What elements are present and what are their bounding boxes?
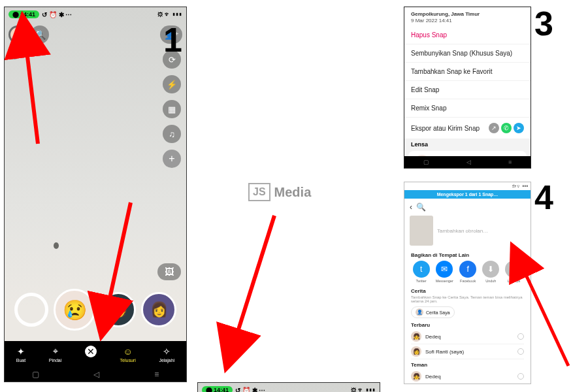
grid-icon[interactable]: ▦ [163,100,181,118]
status-right-icons: ⚙ ᯤ ▮▮▮ [157,11,182,18]
share-facebook[interactable]: fFacebook [459,261,476,283]
home-icon[interactable]: ≡ [154,370,159,379]
status-bar: ⬤ 14:41 ↺ ⏰ ✱ ⋯ ⚙ ᯤ ▮▮▮ [198,383,380,392]
share-generic-icon: ↗ [489,123,499,133]
share-send-icon: ➤ [514,123,524,133]
caption-input[interactable]: Tambahkan obrolan… [437,228,488,234]
profile-avatar-button[interactable] [8,25,27,44]
nav-close[interactable]: ✕ [85,346,97,363]
step-number: 4 [534,178,553,217]
recent-sofi[interactable]: 👩Sofi Ranti (saya) [411,344,524,359]
menu-edit-snap[interactable]: Edit Snap [404,80,531,99]
wall-mark [54,242,59,249]
nav-telusuri[interactable]: ☺Telusuri [120,346,136,363]
music-icon[interactable]: ♫ [163,125,181,143]
share-download[interactable]: ⬇Unduh [482,261,499,283]
menu-remix-snap[interactable]: Remix Snap [404,99,531,117]
recording-pill: ⬤ 14:41 [202,386,233,392]
status-left-icons: ↺ ⏰ ✱ ⋯ [235,387,265,393]
recent-apps-icon[interactable]: ▢ [423,159,429,165]
snap-thumbnail[interactable] [410,216,433,246]
status-bar: ⚙ ᯤ ▮▮▮ [404,182,531,190]
home-icon[interactable]: ≡ [508,159,512,165]
android-nav: ▢ ◁ ≡ [5,367,186,382]
gallery-button[interactable]: 🖼 [157,263,181,280]
lens-section-header: Lensa [404,139,531,148]
panel-3-phone: Gempolkurung, Jawa Timur 9 Mar 2022 14:4… [404,7,531,169]
nav-jelajahi[interactable]: ✧Jelajahi [159,346,174,363]
back-icon[interactable]: ◁ [466,159,471,165]
recent-apps-icon[interactable]: ▢ [32,370,39,379]
step-number: 1 [163,20,182,59]
friends-header: Teman [404,359,531,369]
menu-add-favorite[interactable]: Tambahkan Snap ke Favorit [404,62,531,80]
svg-line-2 [235,216,274,340]
panel-4: ⚙ ᯤ ▮▮▮ Mengekspor 1 dari 1 Snap… ‹ 🔍 Ta… [404,182,531,384]
status-bar: ⬤ 14:41 ↺ ⏰ ✱ ⋯ ⚙ ᯤ ▮▮▮ [5,7,186,22]
camera-side-tools: ⟳ ⚡ ▦ ♫ + [163,50,181,168]
lens-option-3[interactable]: 👩 [141,292,176,327]
panel-4-phone: ⚙ ᯤ ▮▮▮ Mengekspor 1 dari 1 Snap… ‹ 🔍 Ta… [404,182,531,384]
search-icon[interactable]: 🔍 [416,203,426,212]
info-icon: i [8,48,20,59]
panel-1-phone: ⬤ 14:41 ↺ ⏰ ✱ ⋯ ⚙ ᯤ ▮▮▮ 🔍 👤⁺ i Cr ⟳ ⚡ ▦ … [4,7,187,382]
panel-2-phone: ⬤ 14:41 ↺ ⏰ ✱ ⋯ ⚙ ᯤ ▮▮▮ ✕ ✎ ☐ ✂ ♫ 🔗 ⧉ ⏱ … [197,382,380,392]
flash-icon[interactable]: ⚡ [163,75,181,93]
story-subtext: Tambahkan Snap ke Cerita Saya. Teman tem… [404,295,531,305]
menu-delete-snap[interactable]: Hapus Snap [404,26,531,44]
nav-buat[interactable]: ✦Buat [16,346,25,363]
shutter-button[interactable] [14,293,48,327]
lens-carousel[interactable]: 😢 🧑 👩 [5,289,186,331]
status-right-icons: ⚙ ᯤ ▮▮▮ [351,387,376,392]
share-more[interactable]: ⋯Lainnya [505,261,522,283]
more-tools-button[interactable]: + [163,150,181,168]
share-elsewhere-header: Bagikan di Tempat Lain [404,250,531,259]
back-icon[interactable]: ◁ [93,370,99,379]
lens-option-2[interactable]: 🧑 [101,292,136,327]
friend-dedeq[interactable]: 👧Dedeq [411,369,524,384]
recent-header: Terbaru [404,319,531,329]
share-twitter[interactable]: tTwitter [413,261,430,283]
export-banner: Mengekspor 1 dari 1 Snap… [404,190,531,199]
recording-pill: ⬤ 14:41 [8,10,39,18]
recent-dedeq[interactable]: 👧Dedeq [411,329,524,344]
menu-export-snap[interactable]: Ekspor atau Kirim Snap ↗ ✆ ➤ [404,117,531,139]
story-header: Cerita [404,286,531,295]
snap-meta: Gempolkurung, Jawa Timur 9 Mar 2022 14:4… [404,7,531,26]
share-whatsapp-icon: ✆ [501,123,512,133]
bottom-nav: ✦Buat ⌖Pindai ✕ ☺Telusuri ✧Jelajahi [5,341,186,367]
nav-pindai[interactable]: ⌖Pindai [49,346,61,363]
step-number: 3 [534,4,553,43]
share-messenger[interactable]: ✉Messenger [436,261,453,283]
search-button[interactable]: 🔍 [31,25,49,44]
menu-hide-snap[interactable]: Sembunyikan Snap (Khusus Saya) [404,44,531,62]
back-chevron-icon[interactable]: ‹ [410,203,412,212]
watermark: JS Media [248,183,311,201]
panel-3: Gempolkurung, Jawa Timur 9 Mar 2022 14:4… [404,7,531,169]
lens-name-badge: i Cr [8,48,29,59]
lens-crying[interactable]: 😢 [54,289,95,331]
my-story-chip[interactable]: 👤Cerita Saya [411,306,455,318]
share-row: tTwitter ✉Messenger fFacebook ⬇Unduh ⋯La… [404,259,531,286]
status-left-icons: ↺ ⏰ ✱ ⋯ [42,11,72,18]
android-nav: ▢ ◁ ≡ [404,156,531,168]
